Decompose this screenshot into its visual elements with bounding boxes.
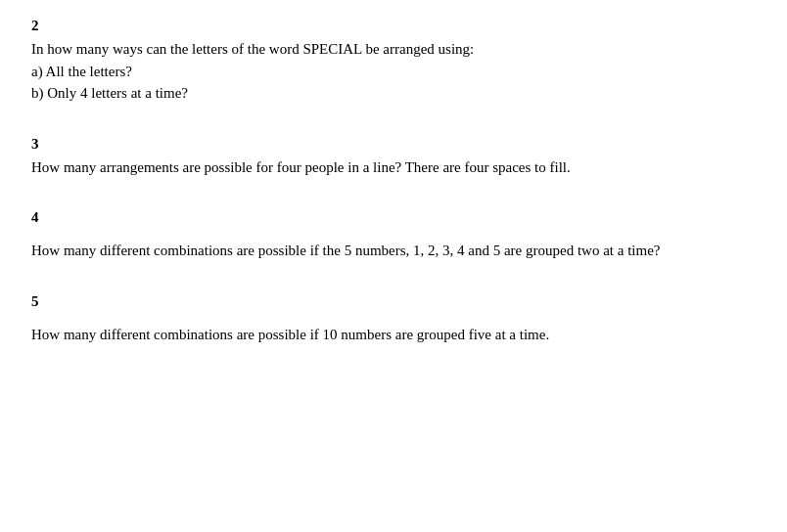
question-5-text: How many different combinations are poss… — [31, 324, 756, 346]
question-2-intro: In how many ways can the letters of the … — [31, 38, 756, 61]
question-3-number: 3 — [31, 136, 756, 153]
question-2-sub-a: a) All the letters? — [31, 61, 756, 83]
question-3-text: How many arrangements are possible for f… — [31, 156, 756, 179]
question-4: 4 How many different combinations are po… — [31, 209, 756, 262]
question-4-number: 4 — [31, 209, 756, 226]
question-5: 5 How many different combinations are po… — [31, 293, 756, 346]
question-2-number: 2 — [31, 18, 756, 34]
question-2: 2 In how many ways can the letters of th… — [31, 18, 756, 105]
question-2-sub-b: b) Only 4 letters at a time? — [31, 82, 756, 105]
question-3: 3 How many arrangements are possible for… — [31, 136, 756, 179]
question-5-number: 5 — [31, 293, 756, 310]
question-4-text: How many different combinations are poss… — [31, 240, 756, 262]
page-content: 2 In how many ways can the letters of th… — [31, 18, 756, 345]
